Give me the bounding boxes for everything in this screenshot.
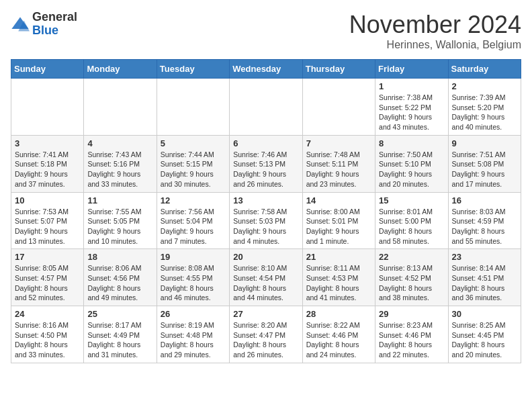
day-number: 28: [306, 309, 371, 319]
weekday-header-cell: Tuesday: [157, 60, 229, 79]
calendar-day-cell: [302, 79, 375, 136]
logo-general-text: General: [32, 10, 77, 24]
calendar-day-cell: [230, 79, 302, 136]
day-info: Sunrise: 8:23 AM Sunset: 4:46 PM Dayligh…: [379, 320, 444, 360]
calendar-day-cell: 11Sunrise: 7:55 AM Sunset: 5:05 PM Dayli…: [84, 192, 157, 249]
day-info: Sunrise: 8:00 AM Sunset: 5:01 PM Dayligh…: [306, 207, 371, 246]
day-info: Sunrise: 7:39 AM Sunset: 5:20 PM Dayligh…: [452, 93, 517, 132]
weekday-header-cell: Wednesday: [230, 60, 302, 79]
day-info: Sunrise: 8:17 AM Sunset: 4:49 PM Dayligh…: [87, 320, 152, 360]
day-number: 3: [15, 138, 80, 148]
day-number: 2: [452, 81, 517, 91]
logo: General Blue: [11, 11, 77, 38]
calendar-day-cell: 17Sunrise: 8:05 AM Sunset: 4:57 PM Dayli…: [11, 249, 84, 306]
logo-icon: [11, 15, 30, 34]
day-info: Sunrise: 7:53 AM Sunset: 5:07 PM Dayligh…: [15, 207, 80, 246]
day-info: Sunrise: 8:10 AM Sunset: 4:54 PM Dayligh…: [233, 263, 298, 303]
calendar-day-cell: 8Sunrise: 7:50 AM Sunset: 5:10 PM Daylig…: [375, 135, 448, 192]
day-info: Sunrise: 7:43 AM Sunset: 5:16 PM Dayligh…: [87, 150, 152, 189]
calendar-day-cell: 10Sunrise: 7:53 AM Sunset: 5:07 PM Dayli…: [11, 192, 84, 249]
day-number: 5: [161, 138, 226, 148]
weekday-header-cell: Monday: [84, 60, 157, 79]
day-number: 7: [306, 138, 371, 148]
day-number: 29: [379, 309, 444, 319]
day-info: Sunrise: 7:55 AM Sunset: 5:05 PM Dayligh…: [87, 207, 152, 246]
weekday-header-cell: Friday: [375, 60, 448, 79]
weekday-header-cell: Saturday: [448, 60, 521, 79]
calendar-day-cell: 27Sunrise: 8:20 AM Sunset: 4:47 PM Dayli…: [230, 306, 302, 363]
calendar-day-cell: 30Sunrise: 8:25 AM Sunset: 4:45 PM Dayli…: [448, 306, 521, 363]
logo-blue-text: Blue: [32, 24, 58, 37]
calendar-day-cell: 19Sunrise: 8:08 AM Sunset: 4:55 PM Dayli…: [157, 249, 229, 306]
day-number: 27: [233, 309, 298, 319]
day-number: 19: [161, 252, 226, 262]
calendar-day-cell: 5Sunrise: 7:44 AM Sunset: 5:15 PM Daylig…: [157, 135, 229, 192]
calendar-day-cell: 21Sunrise: 8:11 AM Sunset: 4:53 PM Dayli…: [302, 249, 375, 306]
day-info: Sunrise: 8:14 AM Sunset: 4:51 PM Dayligh…: [452, 263, 517, 303]
calendar-day-cell: 9Sunrise: 7:51 AM Sunset: 5:08 PM Daylig…: [448, 135, 521, 192]
day-number: 14: [306, 195, 371, 205]
day-number: 18: [87, 252, 152, 262]
calendar-day-cell: 22Sunrise: 8:13 AM Sunset: 4:52 PM Dayli…: [375, 249, 448, 306]
day-number: 20: [233, 252, 298, 262]
day-info: Sunrise: 7:58 AM Sunset: 5:03 PM Dayligh…: [233, 207, 298, 246]
day-info: Sunrise: 7:51 AM Sunset: 5:08 PM Dayligh…: [452, 150, 517, 189]
calendar-body: 1Sunrise: 7:38 AM Sunset: 5:22 PM Daylig…: [11, 79, 521, 363]
day-info: Sunrise: 8:25 AM Sunset: 4:45 PM Dayligh…: [452, 320, 517, 360]
day-info: Sunrise: 8:05 AM Sunset: 4:57 PM Dayligh…: [15, 263, 80, 303]
day-info: Sunrise: 8:22 AM Sunset: 4:46 PM Dayligh…: [306, 320, 371, 360]
day-number: 11: [87, 195, 152, 205]
month-title: November 2024: [349, 11, 521, 39]
calendar-table: SundayMondayTuesdayWednesdayThursdayFrid…: [11, 59, 521, 363]
day-number: 4: [87, 138, 152, 148]
calendar-day-cell: [11, 79, 84, 136]
day-number: 15: [379, 195, 444, 205]
page-header: General Blue November 2024 Herinnes, Wal…: [11, 11, 521, 51]
day-info: Sunrise: 8:11 AM Sunset: 4:53 PM Dayligh…: [306, 263, 371, 303]
day-number: 17: [15, 252, 80, 262]
calendar-day-cell: 16Sunrise: 8:03 AM Sunset: 4:59 PM Dayli…: [448, 192, 521, 249]
calendar-week-row: 1Sunrise: 7:38 AM Sunset: 5:22 PM Daylig…: [11, 79, 521, 136]
weekday-header-cell: Sunday: [11, 60, 84, 79]
title-block: November 2024 Herinnes, Wallonia, Belgiu…: [349, 11, 521, 51]
day-info: Sunrise: 8:16 AM Sunset: 4:50 PM Dayligh…: [15, 320, 80, 360]
day-number: 24: [15, 309, 80, 319]
calendar-day-cell: [157, 79, 229, 136]
calendar-day-cell: 18Sunrise: 8:06 AM Sunset: 4:56 PM Dayli…: [84, 249, 157, 306]
calendar-day-cell: 28Sunrise: 8:22 AM Sunset: 4:46 PM Dayli…: [302, 306, 375, 363]
calendar-day-cell: 14Sunrise: 8:00 AM Sunset: 5:01 PM Dayli…: [302, 192, 375, 249]
calendar-day-cell: 2Sunrise: 7:39 AM Sunset: 5:20 PM Daylig…: [448, 79, 521, 136]
location-title: Herinnes, Wallonia, Belgium: [349, 39, 521, 51]
calendar-day-cell: 20Sunrise: 8:10 AM Sunset: 4:54 PM Dayli…: [230, 249, 302, 306]
weekday-header-row: SundayMondayTuesdayWednesdayThursdayFrid…: [11, 60, 521, 79]
day-info: Sunrise: 7:46 AM Sunset: 5:13 PM Dayligh…: [233, 150, 298, 189]
day-info: Sunrise: 8:01 AM Sunset: 5:00 PM Dayligh…: [379, 207, 444, 246]
calendar-day-cell: 13Sunrise: 7:58 AM Sunset: 5:03 PM Dayli…: [230, 192, 302, 249]
day-number: 10: [15, 195, 80, 205]
calendar-day-cell: 26Sunrise: 8:19 AM Sunset: 4:48 PM Dayli…: [157, 306, 229, 363]
day-number: 16: [452, 195, 517, 205]
weekday-header-cell: Thursday: [302, 60, 375, 79]
calendar-day-cell: 7Sunrise: 7:48 AM Sunset: 5:11 PM Daylig…: [302, 135, 375, 192]
day-number: 22: [379, 252, 444, 262]
calendar-week-row: 3Sunrise: 7:41 AM Sunset: 5:18 PM Daylig…: [11, 135, 521, 192]
day-info: Sunrise: 8:03 AM Sunset: 4:59 PM Dayligh…: [452, 207, 517, 246]
day-number: 26: [161, 309, 226, 319]
day-info: Sunrise: 7:44 AM Sunset: 5:15 PM Dayligh…: [161, 150, 226, 189]
day-number: 25: [87, 309, 152, 319]
calendar-day-cell: 3Sunrise: 7:41 AM Sunset: 5:18 PM Daylig…: [11, 135, 84, 192]
day-info: Sunrise: 8:06 AM Sunset: 4:56 PM Dayligh…: [87, 263, 152, 303]
calendar-day-cell: [84, 79, 157, 136]
day-number: 6: [233, 138, 298, 148]
day-info: Sunrise: 8:19 AM Sunset: 4:48 PM Dayligh…: [161, 320, 226, 360]
day-number: 8: [379, 138, 444, 148]
day-number: 12: [161, 195, 226, 205]
calendar-day-cell: 12Sunrise: 7:56 AM Sunset: 5:04 PM Dayli…: [157, 192, 229, 249]
day-info: Sunrise: 8:20 AM Sunset: 4:47 PM Dayligh…: [233, 320, 298, 360]
day-info: Sunrise: 7:48 AM Sunset: 5:11 PM Dayligh…: [306, 150, 371, 189]
calendar-week-row: 24Sunrise: 8:16 AM Sunset: 4:50 PM Dayli…: [11, 306, 521, 363]
day-info: Sunrise: 7:50 AM Sunset: 5:10 PM Dayligh…: [379, 150, 444, 189]
day-number: 1: [379, 81, 444, 91]
day-number: 30: [452, 309, 517, 319]
day-info: Sunrise: 7:41 AM Sunset: 5:18 PM Dayligh…: [15, 150, 80, 189]
